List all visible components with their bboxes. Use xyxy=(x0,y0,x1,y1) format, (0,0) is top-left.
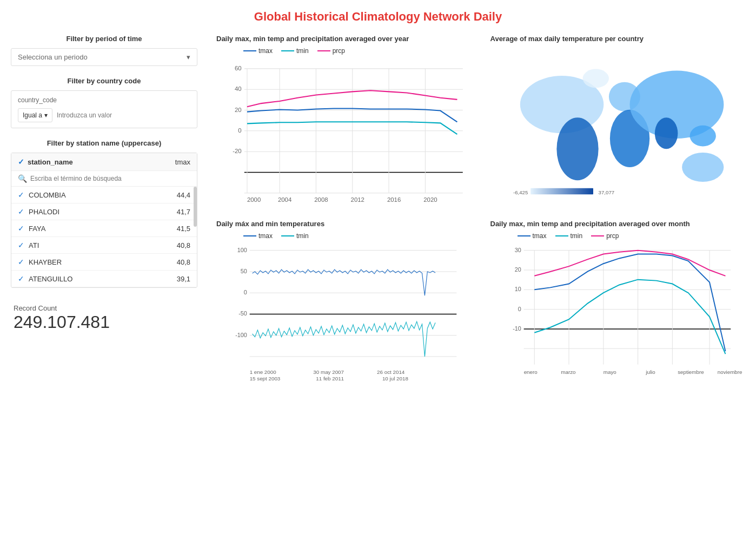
chart3-area: Daily máx and min temperatures tmax tmin xyxy=(208,214,482,389)
station-name: PHALODI xyxy=(29,208,59,216)
station-value: 40,8 xyxy=(177,241,190,249)
station-value: 41,5 xyxy=(177,225,190,233)
chart4-svg: 30 20 10 0 -10 enero marzo mayo julio se… xyxy=(490,242,748,383)
station-name: FAYA xyxy=(29,225,45,233)
check-icon: ✓ xyxy=(18,241,24,249)
record-count-label: Record Count xyxy=(14,304,197,312)
list-item[interactable]: ✓ COLOMBIA 44,4 xyxy=(11,187,197,203)
world-map-svg: -6,425 37,077 xyxy=(490,47,748,199)
svg-text:30 may 2007: 30 may 2007 xyxy=(313,369,344,375)
country-operator-label: Igual a xyxy=(23,111,42,119)
legend-tmax: tmax xyxy=(243,47,273,55)
chevron-down-icon-2: ▾ xyxy=(44,111,48,119)
record-section: Record Count 249.107.481 xyxy=(11,304,197,332)
svg-text:septiembre: septiembre xyxy=(678,369,704,375)
list-item[interactable]: ✓ FAYA 41,5 xyxy=(11,220,197,237)
period-select[interactable]: Selecciona un periodo ▾ xyxy=(11,48,197,66)
svg-text:50: 50 xyxy=(241,268,247,274)
chart3-wrapper: 100 50 0 -50 -100 1 ene 2000 30 may 2007… xyxy=(216,242,474,383)
check-icon: ✓ xyxy=(18,258,24,266)
chart1-legend: tmax tmin prcp xyxy=(243,47,474,55)
country-filter-box: country_code Igual a ▾ xyxy=(11,90,197,128)
chart3-title: Daily máx and min temperatures xyxy=(216,220,474,228)
list-item[interactable]: ✓ KHAYBER 40,8 xyxy=(11,254,197,271)
svg-text:-20: -20 xyxy=(233,148,241,154)
period-filter-section: Filter by period of time Selecciona un p… xyxy=(11,35,197,66)
chart3-legend: tmax tmin xyxy=(243,232,474,240)
svg-text:30: 30 xyxy=(514,247,521,253)
sidebar: Filter by period of time Selecciona un p… xyxy=(0,29,208,389)
chart4-wrapper: 30 20 10 0 -10 enero marzo mayo julio se… xyxy=(490,242,748,383)
legend-prcp: prcp xyxy=(317,47,345,55)
legend-tmin: tmin xyxy=(281,47,309,55)
country-filter-row: Igual a ▾ xyxy=(18,108,190,122)
list-item[interactable]: ✓ PHALODI 41,7 xyxy=(11,203,197,220)
svg-text:2008: 2008 xyxy=(314,196,328,203)
svg-text:2000: 2000 xyxy=(247,196,261,203)
record-count-value: 249.107.481 xyxy=(14,312,197,332)
svg-point-32 xyxy=(582,69,608,88)
station-header-name: ✓ station_name xyxy=(18,157,73,166)
chart4-area: Daily max, min temp and precipitation av… xyxy=(482,214,757,389)
svg-text:2012: 2012 xyxy=(351,196,364,203)
station-name: KHAYBER xyxy=(29,258,62,266)
period-select-label: Selecciona un periodo xyxy=(18,53,88,61)
svg-text:60: 60 xyxy=(235,65,242,71)
svg-text:2004: 2004 xyxy=(278,196,291,203)
legend-tmin-3: tmin xyxy=(281,232,309,240)
legend-tmax-4: tmax xyxy=(518,232,547,240)
svg-text:noviembre: noviembre xyxy=(717,369,742,375)
svg-text:37,077: 37,077 xyxy=(598,189,614,195)
country-field-label: country_code xyxy=(18,96,190,104)
station-name: COLOMBIA xyxy=(29,191,66,199)
chart1-wrapper: 60 40 20 0 -20 2000 2004 2008 2012 2016 … xyxy=(216,57,474,209)
country-value-input[interactable] xyxy=(57,111,190,119)
legend-tmax-3: tmax xyxy=(243,232,273,240)
svg-text:0: 0 xyxy=(238,127,241,134)
station-filter-section: Filter by station name (uppercase) ✓ sta… xyxy=(11,139,197,288)
station-search-bar: 🔍 xyxy=(11,171,197,187)
chart1-title: Daily max, min temp and precipitation av… xyxy=(216,35,474,43)
station-list-container: ✓ station_name tmax 🔍 ✓ COLOMBIA xyxy=(11,153,197,288)
station-value: 39,1 xyxy=(177,275,190,283)
svg-point-29 xyxy=(654,117,677,149)
svg-text:2016: 2016 xyxy=(387,196,401,203)
svg-text:40: 40 xyxy=(235,85,242,92)
svg-text:-6,425: -6,425 xyxy=(513,189,527,195)
list-item[interactable]: ✓ ATI 40,8 xyxy=(11,237,197,254)
svg-text:100: 100 xyxy=(237,247,247,253)
page-title: Global Historical Climatology Network Da… xyxy=(0,0,756,29)
svg-point-31 xyxy=(682,153,724,182)
country-filter-title: Filter by country code xyxy=(11,77,197,85)
svg-text:0: 0 xyxy=(518,306,521,312)
svg-text:0: 0 xyxy=(244,289,247,295)
chart2-area: Average of max daily temperature per cou… xyxy=(482,29,757,214)
svg-text:15 sept 2003: 15 sept 2003 xyxy=(250,376,281,381)
svg-text:1 ene 2000: 1 ene 2000 xyxy=(250,369,277,375)
station-list-header: ✓ station_name tmax xyxy=(11,153,197,171)
country-operator-select[interactable]: Igual a ▾ xyxy=(18,108,52,122)
svg-text:-10: -10 xyxy=(513,325,521,332)
svg-text:2020: 2020 xyxy=(423,196,437,203)
chart4-title: Daily max, min temp and precipitation av… xyxy=(490,220,748,228)
svg-text:enero: enero xyxy=(523,369,538,375)
station-col2-label: tmax xyxy=(175,158,190,166)
check-icon: ✓ xyxy=(18,190,24,199)
country-filter-section: Filter by country code country_code Igua… xyxy=(11,77,197,128)
list-item[interactable]: ✓ ATENGUILLO 39,1 xyxy=(11,271,197,287)
svg-point-25 xyxy=(556,117,598,180)
svg-text:10: 10 xyxy=(514,286,521,292)
period-filter-title: Filter by period of time xyxy=(11,35,197,43)
svg-rect-33 xyxy=(530,188,593,195)
legend-prcp-4: prcp xyxy=(591,232,619,240)
chevron-down-icon: ▾ xyxy=(187,53,190,61)
check-all-icon[interactable]: ✓ xyxy=(18,157,24,166)
svg-text:11 feb 2011: 11 feb 2011 xyxy=(316,376,344,381)
station-filter-title: Filter by station name (uppercase) xyxy=(11,139,197,147)
station-value: 40,8 xyxy=(177,258,190,266)
station-value: 41,7 xyxy=(177,208,190,216)
station-value: 44,4 xyxy=(177,191,190,199)
svg-text:26 oct 2014: 26 oct 2014 xyxy=(377,369,405,375)
scrollbar[interactable] xyxy=(194,187,197,227)
station-search-input[interactable] xyxy=(30,175,190,182)
